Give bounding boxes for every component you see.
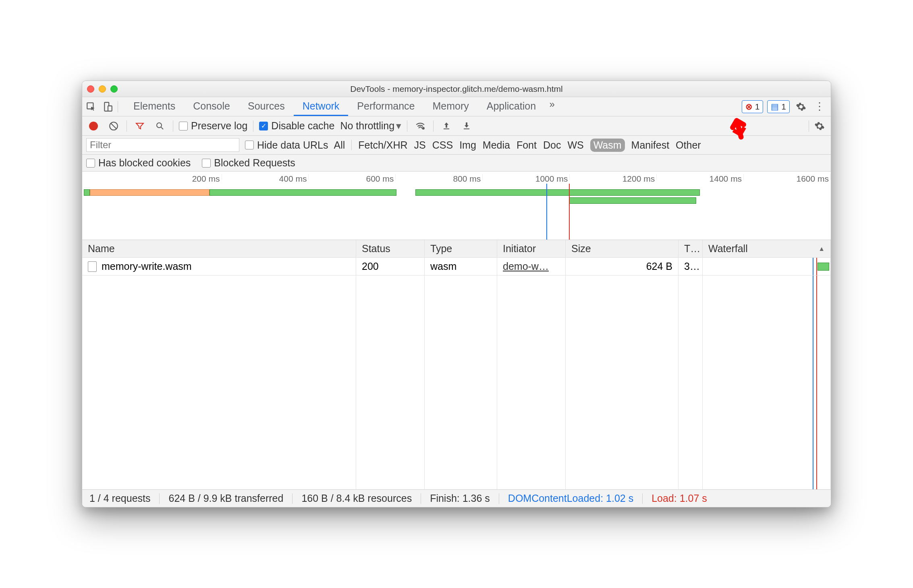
import-har-icon[interactable] — [439, 119, 454, 133]
type-filter-wasm[interactable]: Wasm — [590, 139, 625, 152]
network-conditions-icon[interactable] — [413, 119, 427, 133]
dcl-line — [546, 184, 547, 240]
type-filter-ws[interactable]: WS — [567, 139, 583, 151]
type-filter-media[interactable]: Media — [483, 139, 510, 151]
tab-console[interactable]: Console — [184, 97, 239, 116]
svg-rect-6 — [444, 128, 449, 129]
messages-badge[interactable]: ▤ 1 — [767, 100, 790, 113]
window-title: DevTools - memory-inspector.glitch.me/de… — [82, 84, 831, 94]
type-filter-fetch[interactable]: Fetch/XHR — [358, 139, 407, 151]
tab-elements[interactable]: Elements — [124, 97, 184, 116]
cell-size: 624 B — [566, 258, 679, 275]
type-filter-css[interactable]: CSS — [432, 139, 453, 151]
preserve-log-checkbox[interactable]: Preserve log — [179, 120, 247, 132]
error-icon: ⊗ — [745, 102, 753, 112]
table-row[interactable]: memory-write.wasm 200 wasm demo-w… 624 B… — [82, 258, 831, 275]
inspect-element-icon[interactable] — [84, 99, 98, 114]
type-filter-doc[interactable]: Doc — [543, 139, 561, 151]
errors-count: 1 — [755, 102, 760, 112]
col-size[interactable]: Size — [566, 240, 679, 257]
disable-cache-checkbox[interactable]: ✓Disable cache — [259, 120, 334, 132]
file-icon — [88, 261, 97, 272]
type-filter-other[interactable]: Other — [676, 139, 701, 151]
device-toolbar-icon[interactable] — [101, 99, 115, 114]
cell-status: 200 — [356, 258, 425, 275]
search-icon[interactable] — [153, 119, 167, 133]
status-bar: 1 / 4 requests 624 B / 9.9 kB transferre… — [82, 489, 831, 507]
filter-bar: Hide data URLs All Fetch/XHR JS CSS Img … — [82, 136, 831, 155]
svg-point-4 — [157, 123, 162, 128]
type-filters: All Fetch/XHR JS CSS Img Media Font Doc … — [334, 139, 701, 152]
col-type[interactable]: Type — [425, 240, 497, 257]
zoom-window-button[interactable] — [110, 85, 118, 93]
traffic-lights — [87, 85, 118, 93]
filter-icon[interactable] — [133, 119, 147, 133]
tab-sources[interactable]: Sources — [239, 97, 294, 116]
separator — [127, 120, 127, 132]
network-toolbar: Preserve log ✓Disable cache No throttlin… — [82, 116, 831, 136]
type-filter-js[interactable]: JS — [414, 139, 426, 151]
col-initiator[interactable]: Initiator — [497, 240, 566, 257]
separator — [118, 101, 118, 112]
status-dcl: DOMContentLoaded: 1.02 s — [508, 493, 633, 504]
errors-badge[interactable]: ⊗ 1 — [742, 100, 764, 113]
svg-rect-7 — [464, 128, 469, 129]
tab-network[interactable]: Network — [294, 97, 349, 116]
col-name[interactable]: Name — [82, 240, 356, 257]
svg-rect-2 — [108, 106, 112, 111]
hide-data-urls-checkbox[interactable]: Hide data URLs — [245, 139, 328, 151]
titlebar: DevTools - memory-inspector.glitch.me/de… — [82, 81, 831, 97]
blocked-cookies-checkbox[interactable]: Has blocked cookies — [86, 157, 191, 169]
status-resources: 160 B / 8.4 kB resources — [301, 493, 412, 504]
requests-table: Name Status Type Initiator Size T… Water… — [82, 240, 831, 489]
cell-name: memory-write.wasm — [102, 261, 192, 272]
separator — [253, 120, 253, 132]
devtools-window: DevTools - memory-inspector.glitch.me/de… — [82, 81, 831, 507]
status-requests: 1 / 4 requests — [89, 493, 150, 504]
cell-time: 3… — [679, 258, 703, 275]
cell-waterfall — [703, 258, 831, 275]
messages-count: 1 — [781, 102, 786, 112]
col-status[interactable]: Status — [356, 240, 425, 257]
export-har-icon[interactable] — [459, 119, 474, 133]
type-filter-font[interactable]: Font — [517, 139, 537, 151]
cell-initiator[interactable]: demo-w… — [503, 261, 549, 272]
tab-memory[interactable]: Memory — [423, 97, 477, 116]
load-line — [569, 184, 570, 240]
type-filter-img[interactable]: Img — [459, 139, 476, 151]
tab-application[interactable]: Application — [478, 97, 545, 116]
status-transferred: 624 B / 9.9 kB transferred — [168, 493, 283, 504]
settings-icon[interactable] — [794, 99, 808, 114]
table-empty-area — [82, 275, 831, 489]
kebab-menu-icon[interactable]: ⋮ — [812, 99, 827, 114]
col-waterfall[interactable]: Waterfall ▲ — [703, 240, 831, 257]
separator — [433, 120, 434, 132]
table-header: Name Status Type Initiator Size T… Water… — [82, 240, 831, 258]
chevron-down-icon: ▾ — [396, 120, 401, 132]
col-time[interactable]: T… — [679, 240, 703, 257]
panel-tabs: Elements Console Sources Network Perform… — [124, 97, 559, 116]
separator — [809, 120, 809, 132]
cell-type: wasm — [425, 258, 497, 275]
filter-input[interactable] — [86, 138, 239, 152]
sort-indicator-icon: ▲ — [818, 245, 825, 253]
throttling-select[interactable]: No throttling ▾ — [340, 120, 401, 132]
overview-timeline[interactable]: 200 ms 400 ms 600 ms 800 ms 1000 ms 1200… — [82, 172, 831, 240]
minimize-window-button[interactable] — [99, 85, 106, 93]
blocked-requests-checkbox[interactable]: Blocked Requests — [202, 157, 295, 169]
filter-bar-row2: Has blocked cookies Blocked Requests — [82, 155, 831, 172]
tab-performance[interactable]: Performance — [348, 97, 423, 116]
message-icon: ▤ — [771, 102, 779, 112]
close-window-button[interactable] — [87, 85, 94, 93]
separator — [173, 120, 173, 132]
type-filter-all[interactable]: All — [334, 139, 345, 151]
network-settings-icon[interactable] — [812, 119, 827, 133]
main-tabstrip: Elements Console Sources Network Perform… — [82, 97, 831, 116]
separator — [407, 120, 407, 132]
status-finish: Finish: 1.36 s — [430, 493, 490, 504]
type-filter-manifest[interactable]: Manifest — [631, 139, 669, 151]
status-load: Load: 1.07 s — [652, 493, 707, 504]
record-button[interactable] — [86, 119, 101, 133]
more-tabs-icon[interactable]: » — [545, 97, 559, 112]
clear-button[interactable] — [106, 119, 121, 133]
